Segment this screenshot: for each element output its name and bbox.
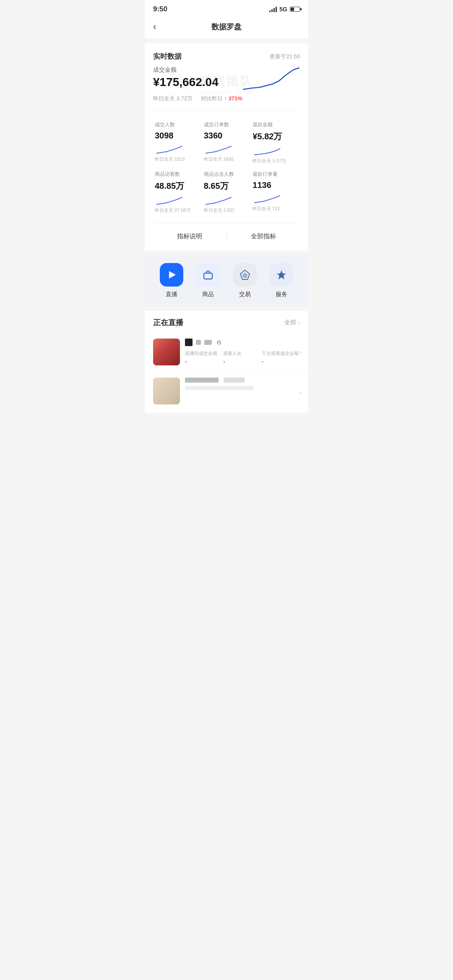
category-label-0: 直播 (166, 291, 177, 298)
stat2-value: - (223, 358, 261, 365)
live-stat-1: 直播间成交金额 - (185, 350, 223, 365)
metric-label-1: 成交订单数 (204, 121, 250, 128)
category-icon-0 (160, 263, 183, 287)
live-item[interactable]: i5 直播间成交金额 - 观看人次 - 千次观看成交金额 - › (145, 333, 308, 372)
chevron-right-icon: › (299, 348, 302, 357)
chevron-right-icon: › (298, 319, 300, 326)
metric-value-1: 3360 (204, 131, 250, 141)
metric-item-3: 商品访客数 48.85万 昨日全天 27.06万 (153, 167, 202, 217)
metric-sparkline-2 (253, 145, 282, 156)
live-title-row: i5 (185, 339, 300, 346)
metric-item-5: 退款订单量 1136 昨日全天 711 (251, 167, 300, 217)
explain-button[interactable]: 指标说明 (153, 231, 226, 242)
live-stats-row: 直播间成交金额 - 观看人次 - 千次观看成交金额 - (185, 350, 300, 365)
live-dot-num: i5 (217, 339, 221, 346)
metric-value-2: ¥5.82万 (253, 131, 298, 142)
category-label-2: 交易 (239, 291, 251, 298)
network-type: 5G (279, 6, 287, 13)
metric-item-2: 退款金额 ¥5.82万 昨日全天 1.57万 (251, 118, 300, 167)
battery-icon (290, 7, 300, 12)
live-title-row-2 (185, 378, 300, 383)
back-button[interactable]: ‹ (153, 21, 156, 32)
stat2-label: 观看人次 (223, 350, 261, 357)
more-label: 全部 (284, 319, 296, 326)
live-item-2[interactable]: › (145, 372, 308, 413)
section-more-button[interactable]: 全部 › (284, 319, 300, 326)
realtime-header: 实时数据 更新于21:50 (153, 52, 300, 61)
compare-label: 对比昨日 ↑ 371% (201, 95, 242, 102)
metric-value-3: 48.85万 (155, 180, 200, 192)
live-sub-icon2 (204, 340, 212, 345)
category-icon-2 (233, 263, 257, 287)
nav-bar: ‹ 数据罗盘 (145, 17, 308, 39)
metric-prev-3: 昨日全天 27.06万 (155, 207, 200, 214)
metric-label-3: 商品访客数 (155, 171, 200, 178)
stat1-label: 直播间成交金额 (185, 350, 223, 357)
metric-sparkline-3 (155, 194, 184, 206)
status-bar: 9:50 5G (145, 0, 308, 17)
stat1-value: - (185, 358, 223, 365)
metric-value-5: 1136 (253, 180, 298, 190)
compare-value: ↑ 371% (224, 95, 242, 102)
amount-left: 成交金额 ¥175,662.04 (153, 66, 219, 89)
page-title: 数据罗盘 (211, 22, 242, 32)
svg-marker-4 (277, 270, 286, 279)
metric-sparkline-4 (204, 194, 233, 206)
live-thumbnail (153, 339, 180, 365)
amount-section-wrapper: 醒醒团队 XINGXING TEAM 成交金额 ¥175,662.04 昨日全天… (153, 66, 300, 102)
metric-prev-5: 昨日全天 711 (253, 206, 298, 212)
all-metrics-button[interactable]: 全部指标 (227, 231, 300, 242)
category-icon-3 (270, 263, 293, 287)
category-item-商品[interactable]: 商品 (196, 263, 220, 298)
amount-value: ¥175,662.04 (153, 76, 219, 89)
status-right: 5G (269, 6, 300, 13)
category-item-服务[interactable]: 服务 (270, 263, 293, 298)
live-title-icon (185, 339, 193, 346)
amount-label: 成交金额 (153, 66, 219, 74)
categories-card: 直播 商品 交易 服务 (145, 255, 308, 307)
metric-item-1: 成交订单数 3360 昨日全天 1692 (202, 118, 251, 167)
realtime-card: 实时数据 更新于21:50 醒醒团队 XINGXING TEAM 成交金额 ¥1… (145, 43, 308, 250)
category-item-交易[interactable]: 交易 (233, 263, 257, 298)
amount-section: 成交金额 ¥175,662.04 (153, 66, 300, 91)
metric-sparkline-0 (155, 143, 184, 155)
svg-marker-0 (169, 271, 176, 279)
thumbnail-image (153, 339, 180, 365)
chevron-right-icon-2: › (299, 388, 302, 397)
amount-sparkline (241, 66, 300, 91)
metric-label-0: 成交人数 (155, 121, 200, 128)
live-section-title: 正在直播 (153, 318, 183, 328)
status-time: 9:50 (153, 5, 167, 13)
bottom-actions: 指标说明 全部指标 (153, 224, 300, 242)
live-thumbnail-2 (153, 378, 180, 404)
metric-prev-0: 昨日全天 1515 (155, 156, 200, 162)
metric-prev-2: 昨日全天 1.57万 (253, 158, 298, 164)
metric-sparkline-5 (253, 193, 282, 204)
realtime-title: 实时数据 (153, 52, 182, 61)
metric-label-4: 商品点击人数 (204, 171, 250, 178)
metrics-grid: 成交人数 3098 昨日全天 1515 成交订单数 3360 昨日全天 1692… (153, 111, 300, 217)
metric-prev-1: 昨日全天 1692 (204, 156, 250, 162)
stat3-label: 千次观看成交金额 (262, 350, 300, 357)
live-content: i5 直播间成交金额 - 观看人次 - 千次观看成交金额 - (185, 339, 300, 365)
yesterday-label: 昨日全天 3.72万 (153, 95, 193, 102)
live-stat-3: 千次观看成交金额 - (262, 350, 300, 365)
live-content-2 (185, 378, 300, 390)
metric-item-4: 商品点击人数 8.65万 昨日全天 2.8万 (202, 167, 251, 217)
metric-item-0: 成交人数 3098 昨日全天 1515 (153, 118, 202, 167)
realtime-update: 更新于21:50 (270, 53, 300, 60)
live-section: 正在直播 全部 › i5 直播间成交金额 - 观看人次 (145, 311, 308, 413)
metric-sparkline-1 (204, 143, 233, 155)
metric-label-5: 退款订单量 (253, 171, 298, 178)
metric-value-4: 8.65万 (204, 180, 250, 192)
live-sub-icon (196, 340, 201, 345)
section-header: 正在直播 全部 › (145, 311, 308, 333)
amount-compare: 昨日全天 3.72万 对比昨日 ↑ 371% (153, 95, 300, 102)
metric-prev-4: 昨日全天 2.8万 (204, 207, 250, 214)
category-item-直播[interactable]: 直播 (160, 263, 183, 298)
category-label-1: 商品 (202, 291, 214, 298)
category-label-3: 服务 (276, 291, 287, 298)
metric-value-0: 3098 (155, 131, 200, 141)
signal-bars-icon (269, 6, 277, 12)
metric-label-2: 退款金额 (253, 121, 298, 128)
